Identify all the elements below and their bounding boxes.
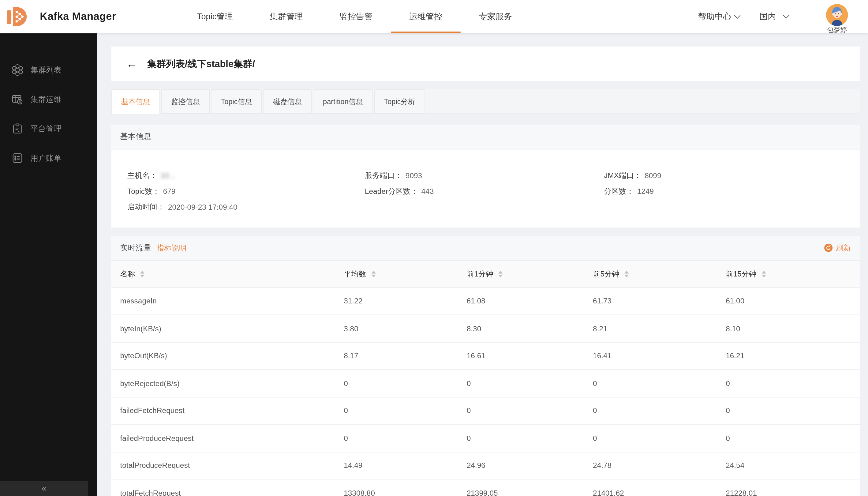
tab-topic-analysis[interactable]: Topic分析	[374, 89, 425, 113]
sidebar-item-label: 平台管理	[30, 124, 61, 134]
basic-info-panel-header: 基本信息	[111, 125, 860, 150]
list-icon	[12, 152, 23, 164]
column-header-last-5min[interactable]: 前5分钟	[593, 269, 726, 279]
hexagon-cluster-icon	[12, 64, 23, 76]
sidebar-item-cluster-list[interactable]: 集群列表	[0, 56, 97, 85]
chevron-down-icon	[783, 12, 789, 18]
region-label: 国内	[759, 11, 776, 22]
chevron-down-icon	[734, 12, 740, 18]
help-center-label: 帮助中心	[698, 11, 731, 22]
basic-info-body: 主机名： 10… 服务端口： 9093 JMX端口： 8099 Topic数： …	[111, 150, 860, 227]
username: 包梦婷	[821, 27, 852, 34]
table-row: totalFetchRequest 13308.80 21399.05 2140…	[111, 479, 860, 496]
back-button[interactable]: ←	[126, 58, 137, 69]
metric-name-cell: messageIn	[111, 297, 344, 305]
sidebar-item-label: 集群列表	[30, 65, 61, 75]
field-topic-count: Topic数： 679	[127, 184, 365, 200]
sort-carets-icon	[498, 271, 503, 277]
hostname-value-redacted: 10…	[161, 171, 177, 180]
sidebar-item-cluster-ops[interactable]: $ 集群运维	[0, 85, 97, 114]
nav-item-cluster-manage[interactable]: 集群管理	[251, 0, 321, 33]
app-title: Kafka Manager	[40, 0, 116, 33]
field-jmx-port: JMX端口： 8099	[604, 168, 860, 184]
table-row: failedFetchRequest 0 0 0 0	[111, 398, 860, 425]
detail-tabs: 基本信息 监控信息 Topic信息 磁盘信息 partition信息 Topic…	[111, 89, 860, 114]
tab-topic-info[interactable]: Topic信息	[211, 89, 262, 113]
field-partition-count: 分区数： 1249	[604, 184, 860, 200]
table-row: byteIn(KB/s) 3.80 8.30 8.21 8.10	[111, 315, 860, 343]
refresh-button[interactable]: 刷新	[824, 243, 851, 253]
clipboard-icon	[12, 123, 23, 135]
column-header-last-1min[interactable]: 前1分钟	[467, 269, 593, 279]
field-start-time: 启动时间： 2020-09-23 17:09:40	[127, 199, 365, 215]
nav-item-monitor-alert[interactable]: 监控告警	[321, 0, 391, 33]
help-center-menu[interactable]: 帮助中心	[698, 11, 740, 22]
field-leader-partition-count: Leader分区数： 443	[365, 184, 604, 200]
column-header-name[interactable]: 名称	[111, 269, 344, 279]
sidebar-collapse-trigger[interactable]: «	[0, 481, 88, 496]
field-service-port: 服务端口： 9093	[365, 168, 604, 184]
tab-disk-info[interactable]: 磁盘信息	[263, 89, 312, 113]
sidebar: 集群列表 $ 集群运维 平台管理	[0, 33, 97, 496]
page-title: 集群列表/线下stable集群/	[147, 57, 255, 70]
svg-text:$: $	[19, 99, 21, 104]
sort-carets-icon	[625, 271, 629, 277]
collapse-icon: «	[42, 484, 47, 493]
column-header-average[interactable]: 平均数	[344, 269, 467, 279]
metric-name-cell: failedProduceRequest	[111, 434, 344, 443]
metric-name-cell: byteOut(KB/s)	[111, 352, 344, 360]
avatar	[826, 4, 848, 26]
main-content: ← 集群列表/线下stable集群/ 基本信息 监控信息 Topic信息 磁盘信…	[97, 33, 868, 496]
tab-partition-info[interactable]: partition信息	[313, 89, 373, 113]
nav-item-topic-manage[interactable]: Topic管理	[179, 0, 251, 33]
table-row: totalProduceRequest 14.49 24.96 24.78 24…	[111, 452, 860, 480]
sort-carets-icon	[761, 271, 766, 277]
app-window: Kafka Manager Topic管理 集群管理 监控告警 运维管控 专家服…	[0, 0, 868, 496]
tab-basic-info[interactable]: 基本信息	[111, 89, 160, 114]
breadcrumb-card: ← 集群列表/线下stable集群/	[111, 47, 860, 81]
metric-help-link[interactable]: 指标说明	[157, 243, 187, 253]
metric-name-cell: byteRejected(B/s)	[111, 379, 344, 387]
field-hostname: 主机名： 10…	[127, 168, 365, 184]
refresh-icon	[824, 244, 833, 252]
table-row: messageIn 31.22 61.08 61.73 61.00	[111, 288, 860, 315]
realtime-traffic-panel: 实时流量 指标说明 刷新 名称 平均数	[111, 236, 860, 496]
top-header: Kafka Manager Topic管理 集群管理 监控告警 运维管控 专家服…	[0, 0, 868, 33]
column-header-last-15min[interactable]: 前15分钟	[726, 269, 860, 279]
tab-monitor-info[interactable]: 监控信息	[161, 89, 210, 113]
table-row: failedProduceRequest 0 0 0 0	[111, 425, 860, 452]
metrics-table-header: 名称 平均数 前1分钟 前5分钟 前15分钟	[111, 261, 860, 288]
table-row: byteOut(KB/s) 8.17 16.61 16.41 16.21	[111, 343, 860, 370]
table-row: byteRejected(B/s) 0 0 0 0	[111, 370, 860, 398]
sidebar-item-label: 用户账单	[30, 153, 61, 163]
table-dollar-icon: $	[12, 94, 23, 105]
realtime-panel-header: 实时流量 指标说明 刷新	[111, 236, 860, 261]
sort-carets-icon	[371, 271, 376, 277]
metric-name-cell: totalFetchRequest	[111, 489, 344, 496]
refresh-label: 刷新	[836, 243, 851, 253]
sidebar-item-platform-manage[interactable]: 平台管理	[0, 114, 97, 144]
sort-carets-icon	[140, 271, 144, 277]
sidebar-item-user-billing[interactable]: 用户账单	[0, 143, 97, 173]
main-nav: Topic管理 集群管理 监控告警 运维管控 专家服务	[179, 0, 531, 33]
sidebar-item-label: 集群运维	[30, 94, 61, 104]
metric-name-cell: totalProduceRequest	[111, 461, 344, 470]
nav-item-expert-service[interactable]: 专家服务	[461, 0, 531, 33]
realtime-title: 实时流量	[120, 243, 151, 253]
basic-info-title: 基本信息	[120, 131, 151, 142]
app-logo-icon[interactable]	[5, 5, 29, 28]
region-menu[interactable]: 国内	[759, 11, 788, 22]
nav-item-ops-control[interactable]: 运维管控	[391, 0, 461, 33]
metric-name-cell: byteIn(KB/s)	[111, 324, 344, 332]
user-menu[interactable]: 包梦婷	[821, 4, 852, 34]
basic-info-panel: 基本信息 主机名： 10… 服务端口： 9093 JMX端口： 8099 Top…	[111, 125, 860, 228]
metric-name-cell: failedFetchRequest	[111, 407, 344, 415]
header-right: 帮助中心 国内	[698, 0, 853, 33]
